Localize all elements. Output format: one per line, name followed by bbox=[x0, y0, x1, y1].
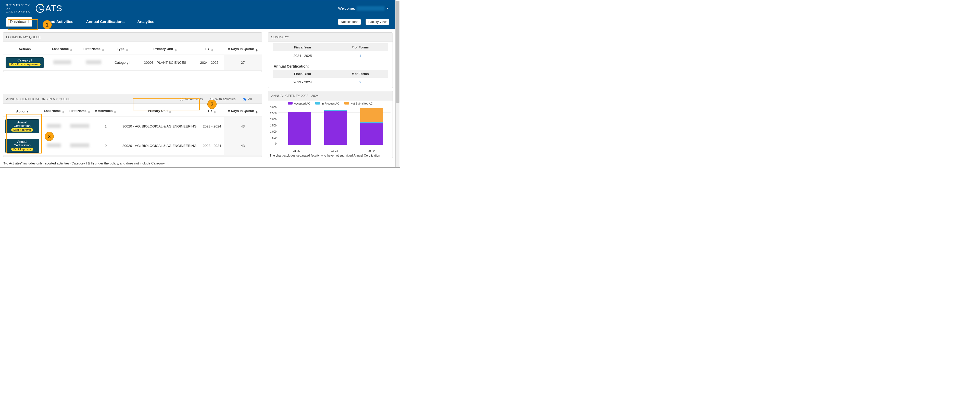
vertical-scrollbar[interactable] bbox=[395, 0, 400, 167]
last-name-redacted bbox=[47, 124, 61, 128]
summary-ac-table: Fiscal Year # of Forms 2023 - 2024 2 bbox=[273, 70, 388, 87]
ac-queue-title: ANNUAL CERTIFICATIONS IN MY QUEUE bbox=[6, 97, 70, 101]
cell-count-link[interactable]: 2 bbox=[332, 78, 388, 87]
ac-footnote: "No Activites" includes only reported ac… bbox=[3, 160, 262, 166]
col-activities[interactable]: # Activities bbox=[92, 106, 119, 117]
summary-title: SUMMARY: bbox=[268, 33, 393, 42]
y-tick: 2,000 bbox=[270, 118, 277, 121]
x-tick: '23-'24 bbox=[353, 149, 391, 152]
welcome-user[interactable]: Welcome, bbox=[338, 6, 389, 11]
col-actions: Actions bbox=[3, 44, 46, 55]
y-tick: 2,500 bbox=[270, 112, 277, 115]
y-tick: 1,500 bbox=[270, 124, 277, 127]
filter-all[interactable]: All bbox=[242, 97, 252, 101]
cell-unit: 30003 - PLANT SCIENCES bbox=[135, 55, 195, 70]
col-days[interactable]: # Days in Queue bbox=[224, 44, 262, 55]
legend-item: In Process AC bbox=[315, 102, 339, 105]
filter-with-activities[interactable]: With activities bbox=[209, 97, 235, 101]
cell-fy: 2024 - 2025 bbox=[273, 51, 332, 60]
tab-dashboard[interactable]: Dashboard bbox=[6, 17, 32, 26]
cell-count-link[interactable]: 1 bbox=[332, 51, 388, 60]
tab-annual-certifications[interactable]: Annual Certifications bbox=[83, 17, 128, 26]
cell-activities: 1 bbox=[92, 117, 119, 136]
col-last[interactable]: Last Name bbox=[41, 106, 67, 117]
x-tick: '21-'22 bbox=[278, 149, 315, 152]
table-row: Annual Certification Dept Approver 0 300… bbox=[3, 136, 262, 156]
summary-col-fy: Fiscal Year bbox=[273, 43, 332, 51]
app-header: UNIVERSITYOFCALIFORNIA ATS Welcome, bbox=[0, 0, 395, 17]
col-first-name[interactable]: First Name bbox=[78, 44, 110, 55]
last-name-redacted bbox=[53, 60, 71, 64]
action-top-label: Annual Certification bbox=[8, 140, 36, 148]
chart-y-axis: 3,0002,5002,0001,5001,0005000 bbox=[270, 106, 278, 145]
chart-x-axis: '21-'22'22-'23'23-'24 bbox=[270, 149, 391, 152]
bar-segment bbox=[360, 108, 383, 122]
action-role-chip: Dept Approver bbox=[11, 148, 33, 151]
first-name-redacted bbox=[86, 60, 101, 64]
faculty-view-button[interactable]: Faculty View bbox=[366, 19, 389, 25]
col-fy[interactable]: FY bbox=[200, 106, 224, 117]
scrollbar-thumb[interactable] bbox=[396, 1, 399, 103]
tab-forms-activities[interactable]: and Activities bbox=[45, 17, 77, 26]
col-first[interactable]: First Name bbox=[67, 106, 92, 117]
oats-logo: ATS bbox=[36, 3, 62, 13]
summary-col-forms: # of Forms bbox=[332, 43, 388, 51]
col-unit[interactable]: Primary Unit bbox=[119, 106, 200, 117]
cell-fy: 2023 - 2024 bbox=[273, 78, 332, 87]
chart-legend: Accepted ACIn Process ACNot Submitted AC bbox=[270, 102, 391, 105]
chart-title: ANNUAL CERT. FY 2023 - 2024 bbox=[268, 91, 393, 100]
forms-queue-panel: FORMS IN MY QUEUE Actions Last Name Firs… bbox=[3, 32, 262, 72]
notifications-button[interactable]: Notifications bbox=[338, 19, 361, 25]
ac-queue-table: Actions Last Name First Name # Activitie… bbox=[3, 106, 262, 156]
oats-text: ATS bbox=[45, 3, 62, 13]
primary-nav: Dashboard and Activities Annual Certific… bbox=[0, 17, 395, 29]
y-tick: 3,000 bbox=[270, 106, 277, 109]
forms-queue-title: FORMS IN MY QUEUE bbox=[3, 33, 262, 42]
chart-plot bbox=[278, 106, 391, 145]
welcome-label: Welcome, bbox=[338, 6, 355, 10]
cell-fy: 2023 - 2024 bbox=[200, 136, 224, 156]
cell-days: 27 bbox=[224, 55, 262, 70]
table-row: Category I Vice Provost Approver Categor… bbox=[3, 55, 262, 70]
cell-days: 43 bbox=[224, 117, 262, 136]
col-primary-unit[interactable]: Primary Unit bbox=[135, 44, 195, 55]
y-tick: 500 bbox=[270, 136, 277, 139]
legend-item: Accepted AC bbox=[288, 102, 310, 105]
col-type[interactable]: Type bbox=[110, 44, 135, 55]
summary-col-forms: # of Forms bbox=[332, 70, 388, 78]
uc-text: UNIVERSITYOFCALIFORNIA bbox=[6, 3, 30, 13]
filter-no-activities[interactable]: No activities bbox=[178, 97, 203, 101]
user-name-redacted bbox=[356, 6, 385, 11]
queue-action-button[interactable]: Category I Vice Provost Approver bbox=[6, 57, 44, 68]
cell-unit: 30020 - AG: BIOLOGICAL & AG ENGINEERING bbox=[119, 117, 200, 136]
forms-queue-table: Actions Last Name First Name Type Primar… bbox=[3, 44, 262, 71]
summary-ac-label: Annual Certification: bbox=[274, 64, 388, 68]
table-row: 2024 - 2025 1 bbox=[273, 51, 388, 60]
col-days[interactable]: # Days in Queue bbox=[224, 106, 262, 117]
ac-action-button[interactable]: Annual Certification Dept Approver bbox=[5, 139, 39, 153]
chart-panel: ANNUAL CERT. FY 2023 - 2024 Accepted ACI… bbox=[268, 91, 393, 158]
tab-analytics[interactable]: Analytics bbox=[134, 17, 158, 26]
legend-item: Not Submitted AC bbox=[344, 102, 373, 105]
first-name-redacted bbox=[70, 143, 89, 148]
bar-segment bbox=[324, 111, 347, 145]
cell-fy: 2023 - 2024 bbox=[200, 117, 224, 136]
chart-footnote: The chart excludes separated faculty who… bbox=[268, 152, 393, 158]
action-top-label: Category I bbox=[18, 59, 32, 63]
y-tick: 0 bbox=[270, 142, 277, 145]
bar-segment bbox=[288, 112, 311, 145]
col-fy[interactable]: FY bbox=[195, 44, 224, 55]
y-tick: 1,000 bbox=[270, 130, 277, 133]
summary-panel: SUMMARY: Fiscal Year # of Forms 2024 - 2… bbox=[268, 32, 393, 88]
col-last-name[interactable]: Last Name bbox=[46, 44, 78, 55]
summary-forms-table: Fiscal Year # of Forms 2024 - 2025 1 bbox=[273, 43, 388, 60]
chevron-down-icon bbox=[386, 8, 389, 9]
table-row: Annual Certification Dept Approver 1 300… bbox=[3, 117, 262, 136]
first-name-redacted bbox=[70, 124, 89, 128]
ac-action-button[interactable]: Annual Certification Dept Approver bbox=[5, 119, 39, 133]
action-role-chip: Dept Approver bbox=[11, 128, 33, 132]
table-row: 2023 - 2024 2 bbox=[273, 78, 388, 87]
ac-filter-group: No activities With activities All bbox=[178, 97, 259, 101]
ac-queue-header: ANNUAL CERTIFICATIONS IN MY QUEUE No act… bbox=[3, 94, 262, 104]
cell-days: 43 bbox=[224, 136, 262, 156]
